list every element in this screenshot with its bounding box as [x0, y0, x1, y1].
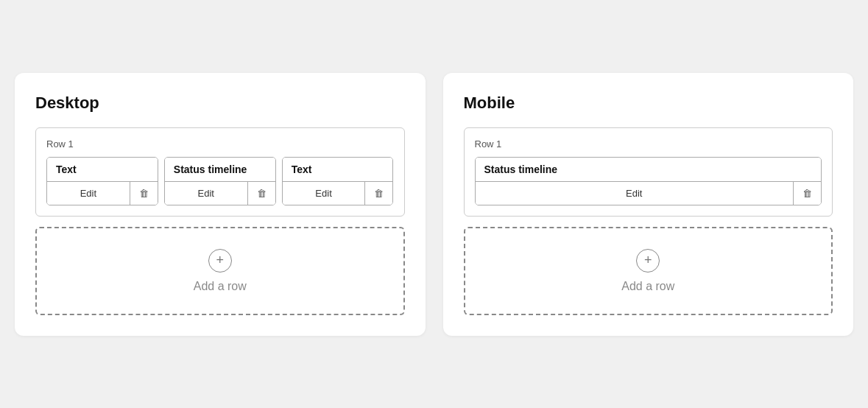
desktop-column-3: Text Edit 🗑 [282, 157, 394, 205]
desktop-panel: Desktop Row 1 Text Edit 🗑 Status timeli [15, 73, 426, 336]
mobile-row-label: Row 1 [475, 138, 822, 150]
desktop-col1-footer: Edit 🗑 [47, 182, 158, 205]
desktop-col3-footer: Edit 🗑 [283, 182, 393, 205]
desktop-col1-delete-button[interactable]: 🗑 [130, 182, 158, 205]
panels-container: Desktop Row 1 Text Edit 🗑 Status timeli [15, 73, 853, 336]
trash-icon: 🗑 [139, 188, 149, 199]
desktop-col2-header: Status timeline [165, 158, 275, 182]
trash-icon: 🗑 [257, 188, 267, 199]
mobile-col1-edit-button[interactable]: Edit [476, 182, 794, 205]
mobile-title: Mobile [464, 94, 833, 113]
mobile-col1-header: Status timeline [476, 158, 822, 182]
desktop-col1-header: Text [47, 158, 158, 182]
desktop-col2-footer: Edit 🗑 [165, 182, 275, 205]
desktop-col3-edit-button[interactable]: Edit [283, 182, 365, 205]
desktop-row-label: Row 1 [46, 138, 394, 150]
desktop-columns: Text Edit 🗑 Status timeline Edit 🗑 [46, 157, 394, 205]
trash-icon: 🗑 [802, 188, 812, 199]
mobile-row-block: Row 1 Status timeline Edit 🗑 [464, 127, 833, 217]
mobile-column-1: Status timeline Edit 🗑 [475, 157, 822, 205]
desktop-column-2: Status timeline Edit 🗑 [164, 157, 276, 205]
desktop-title: Desktop [35, 94, 405, 113]
mobile-col1-delete-button[interactable]: 🗑 [793, 182, 821, 205]
mobile-add-row-button[interactable]: + Add a row [464, 227, 833, 315]
desktop-add-row-button[interactable]: + Add a row [35, 227, 405, 315]
plus-icon: + [644, 253, 652, 268]
mobile-columns: Status timeline Edit 🗑 [475, 157, 822, 205]
desktop-add-row-circle: + [208, 249, 232, 272]
mobile-add-row-label: Add a row [621, 280, 674, 293]
mobile-col1-footer: Edit 🗑 [476, 182, 822, 205]
desktop-col1-edit-button[interactable]: Edit [47, 182, 130, 205]
mobile-add-row-circle: + [636, 249, 660, 272]
desktop-col3-header: Text [283, 158, 393, 182]
desktop-col2-edit-button[interactable]: Edit [165, 182, 247, 205]
plus-icon: + [216, 253, 224, 268]
desktop-col2-delete-button[interactable]: 🗑 [247, 182, 275, 205]
desktop-add-row-label: Add a row [194, 280, 247, 293]
desktop-column-1: Text Edit 🗑 [46, 157, 158, 205]
desktop-col3-delete-button[interactable]: 🗑 [364, 182, 392, 205]
desktop-row-block: Row 1 Text Edit 🗑 Status timeline [35, 127, 405, 217]
mobile-panel: Mobile Row 1 Status timeline Edit 🗑 [443, 73, 854, 336]
trash-icon: 🗑 [374, 188, 384, 199]
